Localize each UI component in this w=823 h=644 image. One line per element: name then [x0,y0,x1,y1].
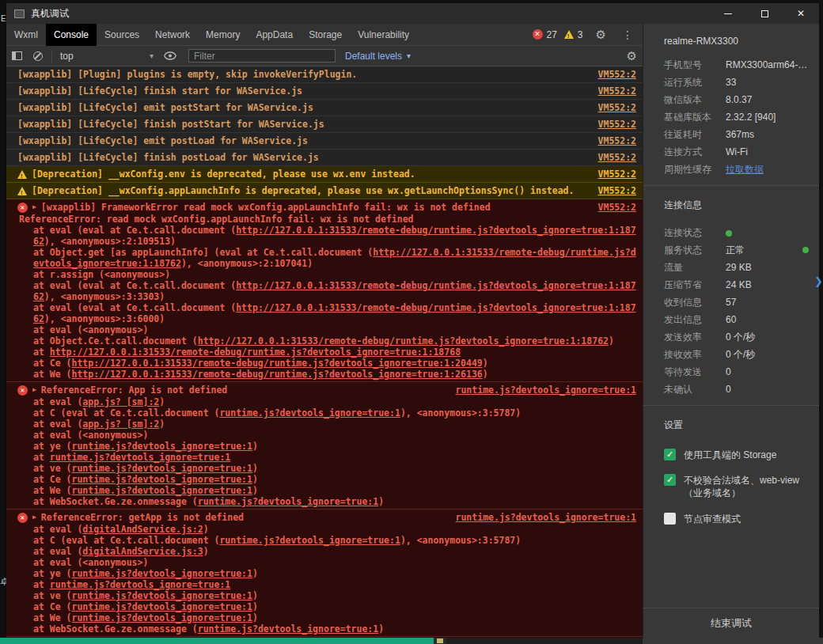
stack-source-link[interactable]: runtime.js?devtools_ignore=true:1 [71,463,252,474]
maximize-button[interactable] [746,3,783,24]
stack-source-link[interactable]: runtime.js?devtools_ignore=true:1 [50,579,230,590]
expand-caret-icon[interactable]: ▶ [32,511,36,524]
toolbar-separator [51,50,52,63]
console-message-text: [wxapplib] FrameworkError read mock wxCo… [41,201,594,214]
console-message-source-link[interactable]: runtime.js?devtools_ignore=true:1 [456,384,636,396]
connection-label: 接收效率 [664,348,726,362]
refresh-cache-link[interactable]: 拉取数据 [726,163,764,176]
expand-caret-icon[interactable]: ▶ [32,201,36,214]
console-message-source-link[interactable]: VM552:2 [598,134,636,147]
console-message-source-link[interactable]: VM552:2 [598,118,636,131]
stack-frame-line: at C (eval at Ce.t.call.document (runtim… [6,407,643,419]
console-message-source-link[interactable]: VM552:2 [598,68,636,81]
checkbox-checked-icon[interactable]: ✓ [664,474,676,486]
tab-memory[interactable]: Memory [198,24,248,46]
console-log[interactable]: [wxapplib] [Plugin] plugins is empty, sk… [6,66,643,638]
console-message-head[interactable]: ![Deprecation] __wxConfig.appLaunchInfo … [6,184,643,197]
stack-source-link[interactable]: http://127.0.0.1:31533/remote-debug/runt… [71,369,482,380]
stack-source-link[interactable]: http://127.0.0.1:31533/remote-debug/runt… [198,335,609,347]
tab-appdata[interactable]: AppData [248,24,301,46]
console-sidebar-toggle-icon[interactable] [6,51,28,60]
stack-source-link[interactable]: runtime.js?devtools_ignore=true:1 [71,590,252,601]
console-message-source-link[interactable]: VM552:2 [598,168,636,180]
device-info-row: 往返耗时367ms [643,126,819,143]
console-message-head[interactable]: [wxapplib] [LifeCycle] finish postLoad f… [6,151,643,164]
stack-source-link[interactable]: runtime.js?devtools_ignore=true:1 [50,452,230,463]
stack-source-link[interactable]: digitalAndService.js:3 [82,546,203,557]
stack-frame-line: at eval (digitalAndService.js:2) [6,524,643,535]
stack-source-link[interactable]: app.js? [sm]:2 [82,396,159,407]
checkbox-checked-icon[interactable]: ✓ [664,449,676,460]
tab-sources[interactable]: Sources [97,24,147,46]
end-debug-button[interactable]: 结束调试 [643,608,819,638]
console-message-head[interactable]: ✕▶ReferenceError: getApp is not definedr… [6,511,643,524]
close-button[interactable]: ✕ [783,3,819,24]
stack-frame-line: at runtime.js?devtools_ignore=true:1 [6,579,643,590]
stack-source-link[interactable]: runtime.js?devtools_ignore=true:1 [71,485,252,496]
expand-caret-icon[interactable]: ▶ [32,384,36,396]
stack-frame-line: at ve (runtime.js?devtools_ignore=true:1… [6,463,643,474]
stack-source-link[interactable]: runtime.js?devtools_ignore=true:1 [71,441,252,452]
stack-source-link[interactable]: runtime.js?devtools_ignore=true:1 [198,623,378,635]
filter-input[interactable] [188,49,336,63]
chevron-down-icon: ▾ [145,51,154,60]
stack-source-link[interactable]: app.js? [sm]:2 [82,419,159,430]
stack-source-link[interactable]: http://127.0.0.1:31533/remote-debug/runt… [33,280,636,302]
device-info-row: 连接方式Wi-Fi [643,143,819,161]
console-message-head[interactable]: [wxapplib] [LifeCycle] emit postStart fo… [6,101,643,114]
console-message-head[interactable]: [wxapplib] [LifeCycle] finish postStart … [6,118,643,131]
settings-gear-icon[interactable]: ⚙ [590,28,612,42]
settings-rows: ✓使用工具端的 Storage✓不校验合法域名、web-view（业务域名）节点… [643,442,819,532]
stack-source-link[interactable]: runtime.js?devtools_ignore=true:1 [71,612,252,623]
tab-storage[interactable]: Storage [301,24,350,46]
log-levels-dropdown[interactable]: Default levels ▾ [345,51,411,62]
eye-icon[interactable] [158,51,182,60]
setting-row[interactable]: ✓使用工具端的 Storage [643,442,819,468]
stack-frame-line: at Ce (runtime.js?devtools_ignore=true:1… [6,601,643,612]
background-window-edge: E 卓 [0,0,6,644]
tab-console[interactable]: Console [46,24,97,46]
stack-source-link[interactable]: http://127.0.0.1:31533/remote-debug/runt… [50,347,461,358]
console-message-head[interactable]: [wxapplib] [LifeCycle] finish start for … [6,85,643,97]
stack-source-link[interactable]: runtime.js?devtools_ignore=true:1 [219,407,400,419]
stack-source-link[interactable]: http://127.0.0.1:31533/remote-debug/runt… [33,247,636,269]
console-message-source-link[interactable]: VM552:2 [598,85,636,97]
connection-row: 服务状态正常 [643,241,819,259]
stack-source-link[interactable]: http://127.0.0.1:31533/remote-debug/runt… [71,358,482,369]
checkbox-unchecked-icon[interactable] [664,513,676,525]
context-selector[interactable]: top ▾ [55,51,158,62]
console-message-head[interactable]: [wxapplib] [LifeCycle] emit postLoad for… [6,134,643,147]
tab-wxml[interactable]: Wxml [6,24,46,46]
stack-source-link[interactable]: digitalAndService.js:2 [82,524,203,535]
console-message-head[interactable]: ✕▶ReferenceError: App is not definedrunt… [6,384,643,396]
console-message-source-link[interactable]: VM552:2 [598,101,636,114]
console-message-head[interactable]: ![Deprecation] __wxConfig.env is depreca… [6,168,643,180]
tab-vulnerability[interactable]: Vulnerability [350,24,417,46]
stack-source-link[interactable]: http://127.0.0.1:31533/remote-debug/runt… [33,302,636,324]
console-message-source-link[interactable]: VM552:2 [598,201,636,214]
tab-network[interactable]: Network [147,24,198,46]
console-message-head[interactable]: ✕▶[wxapplib] FrameworkError read mock wx… [6,201,643,214]
context-value: top [60,51,74,62]
device-info-row: 手机型号RMX3300arm64-… [643,56,819,74]
error-count: 27 [547,29,557,40]
console-settings-gear-icon[interactable]: ⚙ [621,49,643,63]
setting-row[interactable]: ✓不校验合法域名、web-view（业务域名） [643,468,819,506]
more-options-icon[interactable]: ⋮ [616,28,639,41]
setting-row[interactable]: 节点审查模式 [643,506,819,532]
minimize-button[interactable] [710,3,746,24]
device-info-label: 基础库版本 [664,111,726,124]
clear-console-icon[interactable] [28,51,48,61]
stack-source-link[interactable]: runtime.js?devtools_ignore=true:1 [71,568,252,579]
stack-source-link[interactable]: runtime.js?devtools_ignore=true:1 [219,535,400,546]
connection-row: 发出信息60 [643,311,819,328]
stack-source-link[interactable]: runtime.js?devtools_ignore=true:1 [71,601,252,612]
console-message-source-link[interactable]: runtime.js?devtools_ignore=true:1 [456,511,636,524]
stack-source-link[interactable]: runtime.js?devtools_ignore=true:1 [198,496,378,507]
warning-count: 3 [578,29,583,40]
console-message-head[interactable]: [wxapplib] [Plugin] plugins is empty, sk… [6,68,643,81]
console-message-source-link[interactable]: VM552:2 [598,184,636,197]
console-message-source-link[interactable]: VM552:2 [598,151,636,164]
stack-source-link[interactable]: runtime.js?devtools_ignore=true:1 [71,474,252,485]
stack-source-link[interactable]: http://127.0.0.1:31533/remote-debug/runt… [33,225,636,247]
